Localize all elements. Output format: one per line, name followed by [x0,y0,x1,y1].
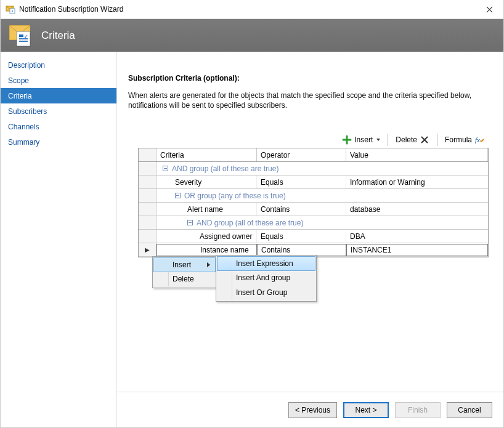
toolbar-formula-label: Formula [445,135,472,144]
context-item-delete[interactable]: Delete [154,272,215,286]
sidebar-item-scope[interactable]: Scope [1,73,116,88]
sidebar-item-description[interactable]: Description [1,57,116,73]
group-row[interactable]: AND group (all of these are true) [139,216,488,230]
body-area: Description Scope Criteria Subscribers C… [1,52,503,427]
toolbar-delete[interactable]: Delete [391,133,434,147]
sidebar-item-subscribers[interactable]: Subscribers [1,103,116,119]
delete-x-icon [420,135,429,145]
row-marker [139,189,156,202]
cell-criteria[interactable]: Instance name [156,244,257,256]
toolbar-insert[interactable]: Insert [338,133,384,147]
cell-value[interactable]: Information or Warning [346,176,488,188]
next-button[interactable]: Next > [343,402,389,418]
grid-header-marker [139,148,156,161]
grid-header-operator[interactable]: Operator [257,148,346,161]
cell-criteria[interactable]: Alert name [156,203,257,216]
sidebar-item-criteria[interactable]: Criteria [1,88,116,103]
context-item-label: Insert And group [236,273,290,282]
toolbar-separator [437,134,437,146]
grid-header: Criteria Operator Value [139,148,488,162]
cell-operator[interactable]: Equals [257,230,346,243]
current-row-indicator-icon: ▶ [145,246,150,253]
context-item-label: Insert [173,260,191,269]
previous-button[interactable]: < Previous [288,402,337,418]
section-description: When alerts are generated for the object… [128,91,489,110]
cell-criteria[interactable]: Assigned owner [156,230,257,243]
cell-value[interactable]: DBA [346,230,488,243]
cell-operator[interactable]: Contains [257,244,346,256]
group-row[interactable]: AND group (all of these are true) [139,162,488,176]
toolbar-delete-label: Delete [396,135,417,144]
grid-header-criteria[interactable]: Criteria [156,148,257,161]
context-submenu: Insert Expression Insert And group Inser… [216,255,317,302]
context-item-insert-expression[interactable]: Insert Expression [217,256,315,271]
grid-header-value[interactable]: Value [346,148,488,161]
app-icon [6,4,15,14]
cell-value[interactable]: database [346,203,488,216]
group-label: AND group (all of these are true) [197,219,303,227]
titlebar: Notification Subscription Wizard [1,0,503,19]
finish-button: Finish [395,402,441,418]
close-button[interactable] [476,0,503,18]
toolbar-insert-label: Insert [354,135,373,144]
group-label: AND group (all of these are true) [172,164,278,173]
row-marker [139,230,156,243]
window-title: Notification Subscription Wizard [19,5,123,14]
collapse-icon[interactable] [175,193,181,198]
toolbar-separator [388,134,388,146]
table-row[interactable]: Severity Equals Information or Warning [139,176,488,189]
footer: < Previous Next > Finish Cancel [117,392,503,427]
group-row[interactable]: OR group (any of these is true) [139,189,488,203]
context-item-insert[interactable]: Insert [153,257,216,272]
plus-icon [342,135,352,145]
context-item-label: Delete [173,275,194,283]
group-label: OR group (any of these is true) [184,192,286,200]
section-title: Subscription Criteria (optional): [128,74,240,83]
row-marker: ▶ [139,243,156,256]
context-item-label: Insert Or Group [236,288,287,297]
row-marker [139,162,156,175]
context-menu: Insert Delete [152,256,217,288]
row-marker [139,216,156,229]
criteria-grid[interactable]: Criteria Operator Value AND group (all o… [138,148,489,257]
sidebar-item-summary[interactable]: Summary [1,134,116,150]
svg-text:fx: fx [475,136,480,143]
context-item-insert-or-group[interactable]: Insert Or Group [217,285,315,300]
sidebar-item-channels[interactable]: Channels [1,119,116,134]
context-item-insert-and-group[interactable]: Insert And group [217,270,315,285]
cell-operator[interactable]: Equals [257,176,346,188]
row-marker [139,203,156,216]
banner: ✓ Criteria [1,19,503,52]
banner-title: Criteria [41,30,75,42]
row-marker [139,176,156,188]
cell-value[interactable]: INSTANCE1 [346,244,488,256]
table-row[interactable]: Assigned owner Equals DBA [139,230,488,243]
main-panel: Subscription Criteria (optional): When a… [117,52,503,427]
grid-toolbar: Insert Delete Formula fx [338,133,489,147]
toolbar-formula[interactable]: Formula fx [441,133,489,147]
cell-operator[interactable]: Contains [257,203,346,216]
table-row[interactable]: Alert name Contains database [139,203,488,216]
cancel-button[interactable]: Cancel [447,402,492,418]
formula-icon: fx [474,135,484,145]
submenu-arrow-icon [207,262,210,267]
sidebar: Description Scope Criteria Subscribers C… [1,52,117,427]
cell-criteria[interactable]: Severity [156,176,257,188]
collapse-icon[interactable] [163,166,168,171]
context-item-label: Insert Expression [236,259,293,268]
collapse-icon[interactable] [187,220,193,225]
banner-icon: ✓ [9,25,34,46]
svg-point-2 [12,10,13,12]
